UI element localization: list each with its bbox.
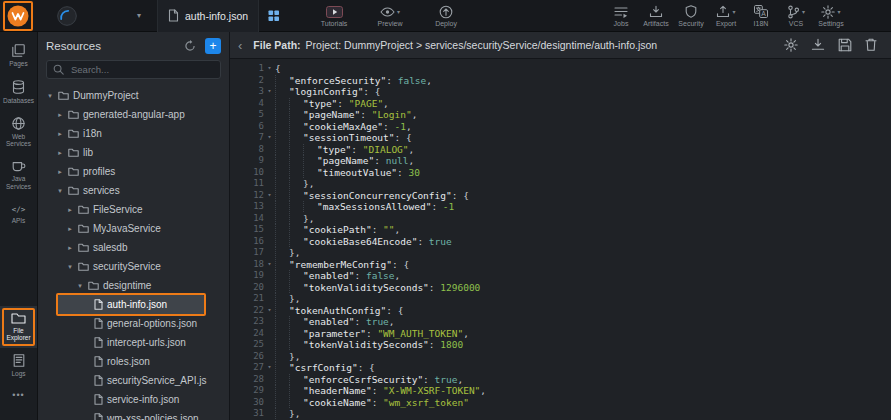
code-line[interactable]: 24"parameter": "WM_AUTH_TOKEN", — [230, 328, 891, 340]
chevron-right-icon[interactable]: ▸ — [56, 130, 64, 138]
tree-item-auth-info-json[interactable]: auth-info.json — [58, 295, 204, 314]
delete-button[interactable] — [865, 38, 877, 52]
chevron-down-icon[interactable]: ▾ — [46, 92, 54, 100]
code-line[interactable]: 3▾"loginConfig": { — [230, 86, 891, 98]
code-line[interactable]: 13"maxSessionsAllowed": -1 — [230, 201, 891, 213]
code-line[interactable]: 4"type": "PAGE", — [230, 98, 891, 110]
code-line[interactable]: 19"enabled": false, — [230, 270, 891, 282]
chevron-right-icon[interactable]: ▸ — [66, 206, 74, 214]
save-button[interactable] — [838, 38, 852, 52]
rail-item-logs[interactable]: Logs — [0, 348, 37, 384]
code-line[interactable]: 6"cookieMaxAge": -1, — [230, 121, 891, 133]
topbar-item-settings[interactable]: ▾Settings — [815, 0, 847, 31]
fold-marker[interactable]: ▾ — [264, 132, 275, 144]
rail-item-apis[interactable]: </>APIs — [0, 197, 37, 231]
topbar-item-i18n[interactable]: AI18N — [745, 0, 777, 31]
tree-item-generated-angular-app[interactable]: ▸generated-angular-app — [38, 105, 229, 124]
settings-button[interactable] — [784, 38, 798, 52]
tree-item-wm-xss-policies-json[interactable]: wm-xss-policies.json — [38, 409, 229, 420]
code-line[interactable]: 22▾"tokenAuthConfig": { — [230, 305, 891, 317]
fold-marker[interactable]: ▾ — [264, 305, 275, 317]
code-line[interactable]: 18▾"rememberMeConfig": { — [230, 259, 891, 271]
chevron-down-icon[interactable]: ▾ — [66, 263, 74, 271]
code-line[interactable]: 11}, — [230, 178, 891, 190]
app-logo[interactable] — [5, 3, 31, 29]
topbar-item-security[interactable]: Security — [675, 0, 707, 31]
search-input[interactable] — [69, 63, 214, 76]
code-line[interactable]: 30"cookieName": "wm_xsrf_token" — [230, 397, 891, 409]
rail-item-file-explorer[interactable]: File Explorer — [0, 306, 37, 349]
code-line[interactable]: 28"enforceCsrfSecurity": true, — [230, 374, 891, 386]
topbar-item-preview[interactable]: ▾Preview — [374, 0, 406, 31]
tree-item-salesdb[interactable]: ▸salesdb — [38, 238, 229, 257]
code-line[interactable]: 20"tokenValiditySeconds": 1296000 — [230, 282, 891, 294]
topbar-item-tutorials[interactable]: Tutorials — [318, 0, 350, 31]
code-line[interactable]: 5"pageName": "Login", — [230, 109, 891, 121]
code-line[interactable]: 27▾"csrfConfig": { — [230, 362, 891, 374]
add-button[interactable]: + — [205, 38, 221, 54]
fold-marker[interactable]: ▾ — [264, 259, 275, 271]
code-line[interactable]: 9"pageName": null, — [230, 155, 891, 167]
grid-icon[interactable] — [268, 10, 280, 22]
topbar-item-artifacts[interactable]: Artifacts — [640, 0, 672, 31]
code-line[interactable]: 16"cookieBase64Encode": true — [230, 236, 891, 248]
tree-item-myjavaservice[interactable]: ▸MyJavaService — [38, 219, 229, 238]
chevron-right-icon[interactable]: ▸ — [56, 168, 64, 176]
tree-item-roles-json[interactable]: roles.json — [38, 352, 229, 371]
tree-item-profiles[interactable]: ▸profiles — [38, 162, 229, 181]
tree-item-services[interactable]: ▾services — [38, 181, 229, 200]
code-line[interactable]: 15"cookiePath": "", — [230, 224, 891, 236]
topbar-item-vcs[interactable]: ▾VCS — [780, 0, 812, 31]
fold-marker[interactable]: ▾ — [264, 86, 275, 98]
download-button[interactable] — [811, 38, 825, 52]
tree-item-lib[interactable]: ▸lib — [38, 143, 229, 162]
code-line[interactable]: 21}, — [230, 293, 891, 305]
fold-marker[interactable]: ▾ — [264, 190, 275, 202]
code-area[interactable]: 1▾{2"enforceSecurity": false,3▾"loginCon… — [230, 59, 891, 420]
rail-item-web-services[interactable]: Web Services — [0, 111, 37, 155]
code-line[interactable]: 7▾"sessionTimeout": { — [230, 132, 891, 144]
code-line[interactable]: 26}, — [230, 351, 891, 363]
rail-item-java-services[interactable]: Java Services — [0, 154, 37, 197]
code-line[interactable]: 10"timeoutValue": 30 — [230, 167, 891, 179]
code-line[interactable]: 23"enabled": true, — [230, 316, 891, 328]
chevron-right-icon[interactable]: ▸ — [66, 225, 74, 233]
tree-item-securityservice[interactable]: ▾securityService — [38, 257, 229, 276]
rail-item-more[interactable]: ••• — [0, 384, 37, 406]
rail-item-pages[interactable]: Pages — [0, 38, 37, 74]
fold-marker[interactable]: ▾ — [264, 63, 275, 75]
rail-item-databases[interactable]: Databases — [0, 74, 37, 111]
tree-item-intercept-urls-json[interactable]: intercept-urls.json — [38, 333, 229, 352]
chevron-down-icon[interactable]: ▾ — [56, 187, 64, 195]
tree-item-general-options-json[interactable]: general-options.json — [38, 314, 229, 333]
tree-item-designtime[interactable]: ▾designtime — [38, 276, 229, 295]
chevron-down-icon[interactable]: ▾ — [76, 282, 84, 290]
code-line[interactable]: 8"type": "DIALOG", — [230, 144, 891, 156]
code-line[interactable]: 2"enforceSecurity": false, — [230, 75, 891, 87]
search-box[interactable] — [46, 60, 221, 79]
tree-item-i18n[interactable]: ▸i18n — [38, 124, 229, 143]
tree-item-service-info-json[interactable]: service-info.json — [38, 390, 229, 409]
tree-item-dummyproject[interactable]: ▾DummyProject — [38, 86, 229, 105]
topbar-item-export[interactable]: ▾Export — [710, 0, 742, 31]
project-avatar[interactable] — [57, 6, 77, 26]
code-line[interactable]: 1▾{ — [230, 63, 891, 75]
code-line[interactable]: 12▾"sessionConcurrencyConfig": { — [230, 190, 891, 202]
chevron-right-icon[interactable]: ▸ — [56, 149, 64, 157]
refresh-icon[interactable] — [184, 40, 196, 52]
file-tab[interactable]: auth-info.json — [157, 0, 259, 32]
topbar-item-jobs[interactable]: Jobs — [605, 0, 637, 31]
chevron-right-icon[interactable]: ▸ — [56, 111, 64, 119]
topbar-item-deploy[interactable]: Deploy — [430, 0, 462, 31]
code-line[interactable]: 17}, — [230, 247, 891, 259]
project-chevron-down-icon[interactable]: ▾ — [137, 11, 141, 20]
chevron-right-icon[interactable]: ▸ — [66, 244, 74, 252]
code-line[interactable]: 14}, — [230, 213, 891, 225]
code-line[interactable]: 31}, — [230, 408, 891, 420]
tree-item-fileservice[interactable]: ▸FileService — [38, 200, 229, 219]
fold-marker[interactable]: ▾ — [264, 362, 275, 374]
tree-item-securityservice-api-js[interactable]: securityService_API.js — [38, 371, 229, 390]
code-line[interactable]: 29"headerName": "X-WM-XSRF-TOKEN", — [230, 385, 891, 397]
collapse-panel-icon[interactable]: ‹ — [236, 39, 244, 52]
code-line[interactable]: 25"tokenValiditySeconds": 1800 — [230, 339, 891, 351]
